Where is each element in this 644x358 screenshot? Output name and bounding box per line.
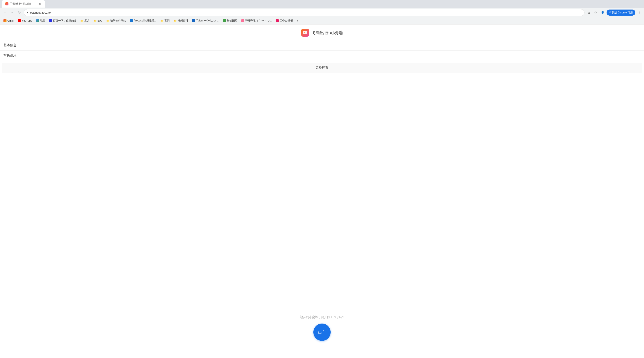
bookmark-crack[interactable]: 📁 破解软件网站	[104, 18, 128, 23]
folder-icon: 📁	[80, 19, 84, 22]
tab-close-button[interactable]: ✕	[38, 2, 42, 6]
bookmark-java[interactable]: 📁 java	[92, 18, 104, 23]
bookmark-label: YouTube	[22, 19, 32, 22]
bookmark-shenzhou[interactable]: 📁 神州资料	[172, 18, 190, 23]
bookmark-label: ProcessOn思维导...	[134, 19, 156, 23]
forward-button[interactable]: →	[9, 10, 15, 16]
menu-list: 基本信息 车辆信息	[0, 40, 644, 61]
bookmark-label: 神州资料	[178, 19, 188, 23]
bookmark-label: 官网	[164, 19, 170, 23]
toolbar: ← → ↻ ● localhost:3001/#/ ⊞ ☆ 👤 有新版 Chro…	[0, 8, 644, 17]
tab-bar: 飞滴出行-司机端 ✕	[0, 0, 644, 8]
bookmark-icon[interactable]: ☆	[593, 10, 599, 16]
menu-item-basic-info[interactable]: 基本信息	[0, 40, 644, 51]
bookmarks-bar: Gmail YouTube 地图 百度一下，你就知道 📁 工具 📁 java 📁…	[0, 17, 644, 24]
bilibili-favicon	[241, 19, 244, 22]
bookmark-label: »	[297, 19, 299, 22]
translate-icon[interactable]: ⊞	[586, 10, 592, 16]
work-favicon	[276, 19, 279, 22]
processon-favicon	[130, 19, 133, 22]
bookmark-work[interactable]: 工作台·语雀	[274, 18, 295, 23]
bookmark-italent[interactable]: iTalent 一体化人才...	[190, 18, 221, 23]
bookmark-tools[interactable]: 📁 工具	[78, 18, 91, 23]
folder-icon: 📁	[160, 19, 164, 22]
bookmark-label: 地图	[40, 19, 45, 23]
address-bar[interactable]: ● localhost:3001/#/	[24, 9, 584, 16]
page-content: 飞滴出行-司机端 基本信息 车辆信息 系统设置 勤劳的小蜜蜂，要开始工作了吗? …	[0, 25, 644, 358]
bookmark-processon[interactable]: ProcessOn思维导...	[128, 18, 158, 23]
bookmark-convert[interactable]: 转换图片	[222, 18, 239, 23]
folder-icon: 📁	[106, 19, 110, 22]
tab-title: 飞滴出行-司机端	[10, 2, 31, 6]
bookmark-baidu[interactable]: 百度一下，你就知道	[48, 18, 78, 23]
bookmark-label: Gmail	[7, 19, 14, 22]
back-button[interactable]: ←	[2, 10, 8, 16]
bookmark-label: 工作台·语雀	[280, 19, 293, 23]
refresh-button[interactable]: ↻	[16, 10, 22, 16]
gmail-favicon	[4, 19, 6, 22]
tagline-text: 勤劳的小蜜蜂，要开始工作了吗?	[300, 315, 344, 319]
svg-rect-1	[304, 32, 305, 33]
bookmark-label: 哔哩哔哩（ ^ - ^ ）つ...	[245, 19, 272, 23]
profile-icon[interactable]: 👤	[600, 10, 606, 16]
bookmark-label: 百度一下，你就知道	[53, 19, 76, 23]
active-tab[interactable]: 飞滴出行-司机端 ✕	[2, 0, 45, 8]
start-driving-button[interactable]: 出车	[313, 323, 331, 341]
bottom-area: 勤劳的小蜜蜂，要开始工作了吗? 出车	[0, 315, 644, 341]
system-settings-label: 系统设置	[316, 66, 328, 70]
menu-icon[interactable]: ⋮	[636, 10, 642, 16]
app-header: 飞滴出行-司机端	[0, 25, 644, 40]
youtube-favicon	[18, 19, 21, 22]
lock-icon: ●	[26, 11, 28, 14]
bookmark-label: java	[98, 19, 102, 22]
app-logo	[301, 29, 309, 37]
bookmark-gmail[interactable]: Gmail	[2, 18, 16, 23]
chrome-update-button[interactable]: 有新版 Chrome 可用	[606, 10, 635, 16]
convert-favicon	[223, 19, 226, 22]
folder-icon: 📁	[174, 19, 177, 22]
browser-chrome: 飞滴出行-司机端 ✕ ← → ↻ ● localhost:3001/#/ ⊞ ☆…	[0, 0, 644, 25]
italent-favicon	[192, 19, 195, 22]
maps-favicon	[36, 19, 39, 22]
start-btn-label: 出车	[318, 330, 326, 335]
folder-icon: 📁	[94, 19, 97, 22]
bookmark-label: iTalent 一体化人才...	[196, 19, 219, 23]
bookmark-label: 工具	[84, 19, 90, 23]
bookmark-bilibili[interactable]: 哔哩哔哩（ ^ - ^ ）つ...	[240, 18, 274, 23]
baidu-favicon	[49, 19, 52, 22]
address-text: localhost:3001/#/	[30, 11, 582, 14]
app-title: 飞滴出行-司机端	[311, 30, 343, 36]
menu-item-label: 车辆信息	[4, 54, 16, 58]
system-settings-button[interactable]: 系统设置	[2, 63, 642, 73]
bookmark-maps[interactable]: 地图	[34, 18, 47, 23]
bookmark-youtube[interactable]: YouTube	[16, 18, 34, 23]
tab-favicon	[5, 2, 9, 6]
bookmark-label: 转换图片	[227, 19, 238, 23]
menu-item-vehicle-info[interactable]: 车辆信息	[0, 51, 644, 61]
toolbar-right: ⊞ ☆ 👤 有新版 Chrome 可用 ⋮	[586, 10, 642, 16]
bookmark-label: 破解软件网站	[110, 19, 126, 23]
menu-item-label: 基本信息	[4, 43, 16, 47]
bookmark-guanwang[interactable]: 📁 官网	[158, 18, 172, 23]
bookmark-more[interactable]: »	[296, 18, 300, 23]
